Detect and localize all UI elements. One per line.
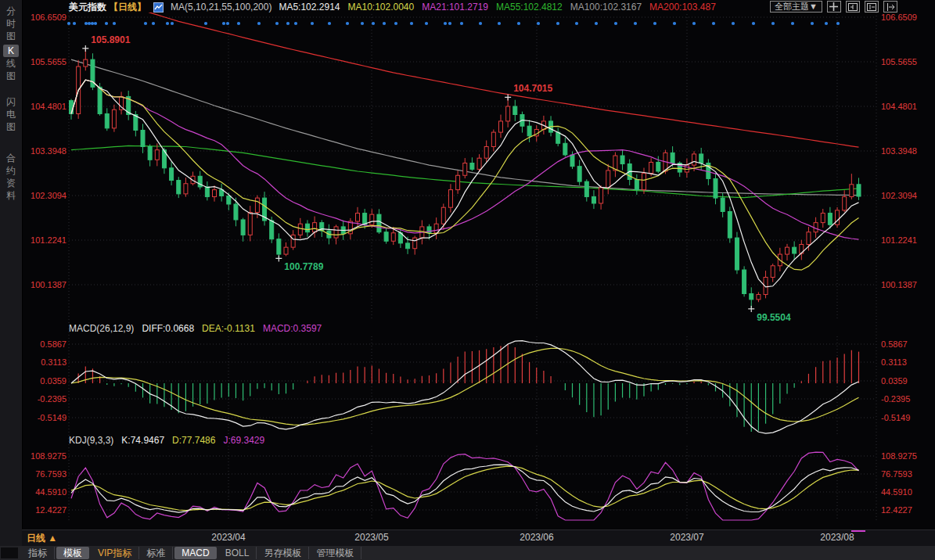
price-tick-left: 106.6509	[23, 12, 67, 23]
macd-tick-left: 0.0359	[23, 375, 67, 386]
macd-tick-left: -0.2395	[23, 393, 67, 404]
price-tick-left: 101.2241	[23, 235, 67, 246]
price-tick-left: 105.5655	[23, 56, 67, 67]
kdj-tick-left: 108.9275	[23, 451, 67, 461]
tab-standard[interactable]: 标准	[139, 547, 173, 559]
macd-tick-right: -0.5149	[881, 412, 928, 423]
kdj-tick-right: 44.5910	[881, 486, 928, 497]
price-tick-left: 100.1387	[23, 279, 67, 290]
time-label-2023/08: 2023/08	[814, 532, 861, 543]
time-label-2023/07: 2023/07	[663, 532, 710, 543]
tab-macd[interactable]: MACD	[174, 547, 216, 559]
tab-save-template[interactable]: 另存模板	[257, 547, 309, 559]
macd-tick-right: -0.2395	[881, 393, 928, 404]
tab-row-corner	[1, 547, 18, 558]
svg-text:99.5504: 99.5504	[757, 312, 791, 323]
tab-vip-indicators[interactable]: VIP指标	[91, 547, 139, 559]
macd-tick-right: 0.3113	[881, 357, 928, 368]
trading-app-window: 分时图K线图闪电图合约资料 美元指数【日线】 MA(5,10,21,55,100…	[0, 0, 935, 560]
bottom-tab-bar: 指标模板VIP指标标准MACDBOLL另存模板管理模板	[0, 546, 935, 560]
time-axis	[22, 529, 935, 547]
kdj-tick-right: 12.4227	[881, 504, 928, 515]
price-annotation: 105.8901	[82, 34, 130, 52]
price-tick-right: 103.3948	[881, 145, 928, 156]
macd-tick-left: 0.3113	[23, 357, 67, 368]
price-tick-right: 100.1387	[881, 279, 928, 290]
price-tick-right: 104.4801	[881, 101, 928, 112]
macd-tick-left: -0.5149	[23, 412, 67, 423]
tab-manage-template[interactable]: 管理模板	[309, 547, 361, 559]
macd-tick-right: 0.5867	[881, 339, 928, 350]
tab-boll[interactable]: BOLL	[218, 547, 257, 559]
time-label-2023/06: 2023/06	[513, 532, 560, 543]
period-selector[interactable]: 日线 ▲	[27, 532, 57, 545]
price-tick-right: 105.5655	[881, 56, 928, 67]
svg-text:100.7789: 100.7789	[284, 261, 323, 272]
svg-text:104.7015: 104.7015	[513, 83, 552, 94]
price-tick-right: 102.3094	[881, 190, 928, 201]
macd-tick-right: 0.0359	[881, 375, 928, 386]
price-tick-right: 101.2241	[881, 235, 928, 246]
macd-tick-left: 0.5867	[23, 339, 67, 350]
kdj-tick-left: 44.5910	[23, 486, 67, 497]
kdj-tick-left: 12.4227	[23, 504, 67, 515]
chart-canvas[interactable]: 105.8901104.7015100.778999.5504	[0, 0, 935, 560]
tab-indicators[interactable]: 指标	[21, 547, 55, 559]
time-label-2023/05: 2023/05	[348, 532, 395, 543]
price-annotation: 100.7789	[275, 255, 323, 272]
svg-text:105.8901: 105.8901	[91, 34, 130, 45]
price-tick-right: 106.6509	[881, 12, 928, 23]
price-tick-left: 104.4801	[23, 101, 67, 112]
kdj-tick-left: 76.7593	[23, 468, 67, 479]
price-tick-left: 103.3948	[23, 145, 67, 156]
price-annotation: 99.5504	[748, 306, 791, 323]
price-tick-left: 102.3094	[23, 190, 67, 201]
kdj-tick-right: 108.9275	[881, 451, 928, 461]
tab-templates[interactable]: 模板	[56, 547, 89, 559]
time-label-2023/04: 2023/04	[205, 532, 252, 543]
kdj-tick-right: 76.7593	[881, 468, 928, 479]
